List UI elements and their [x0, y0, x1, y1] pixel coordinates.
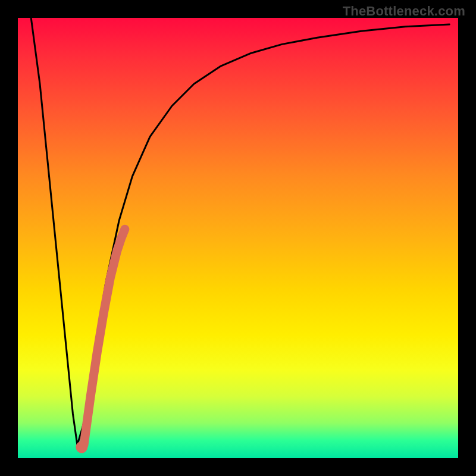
watermark-text: TheBottleneck.com [343, 4, 465, 19]
chart-area [18, 18, 458, 458]
chart-svg [18, 18, 458, 458]
highlight-segment-path [82, 229, 125, 447]
highlight-endpoint-dot [76, 441, 87, 453]
